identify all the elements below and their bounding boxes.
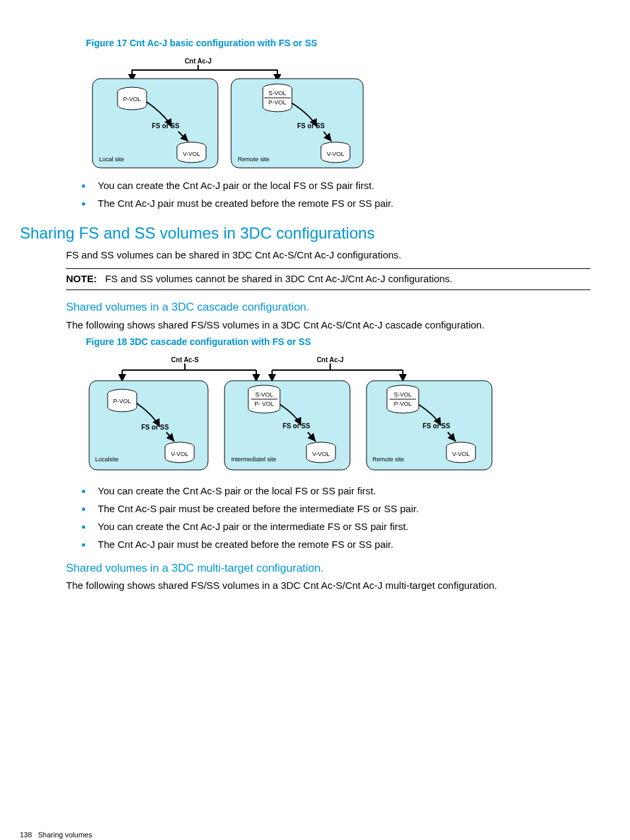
svg-text:V-VOL: V-VOL	[327, 151, 345, 157]
svg-text:Local site: Local site	[99, 156, 124, 163]
svg-text:P-VOL: P-VOL	[394, 401, 411, 407]
svg-text:Remote site: Remote site	[372, 456, 404, 463]
svg-text:S-VOL: S-VOL	[268, 90, 286, 96]
bullet-text: You can create the Cnt Ac-J pair or the …	[98, 180, 374, 191]
figure-18-diagram: Cnt Ac-S Cnt Ac-J P-VOL FS or SS V-VOL L…	[86, 354, 590, 480]
note-block: NOTE: FS and SS volumes cannot be shared…	[66, 272, 590, 286]
svg-text:S-VOL: S-VOL	[394, 391, 411, 398]
svg-text:FS or SS: FS or SS	[152, 122, 180, 130]
note-text: FS and SS volumes cannot be shared in 3D…	[105, 273, 452, 284]
divider	[66, 289, 590, 290]
bullet-text: The Cnt Ac-J pair must be created before…	[98, 539, 394, 550]
figure-17-caption: Figure 17 Cnt Ac-J basic configuration w…	[86, 37, 590, 50]
svg-text:Cnt Ac-S: Cnt Ac-S	[171, 356, 199, 363]
svg-text:FS or SS: FS or SS	[297, 122, 325, 130]
svg-text:Intermediatel site: Intermediatel site	[231, 456, 277, 463]
bullet-text: The Cnt Ac-J pair must be created before…	[98, 198, 394, 209]
svg-text:Localsite: Localsite	[95, 456, 119, 463]
svg-text:Cnt Ac-J: Cnt Ac-J	[317, 356, 344, 363]
svg-text:P-VOL: P-VOL	[123, 96, 141, 102]
svg-text:V-VOL: V-VOL	[452, 451, 470, 457]
bullet-text: You can create the Cnt Ac-J pair or the …	[98, 521, 409, 532]
figure-17-diagram: Cnt Ac-J P-VOL FS or SS V-VOL Local site…	[86, 56, 590, 174]
svg-text:P-VOL: P-VOL	[268, 99, 286, 106]
svg-text:V-VOL: V-VOL	[183, 151, 201, 157]
page-number: 138	[20, 831, 32, 839]
note-label: NOTE:	[66, 273, 97, 284]
page-footer: 138 Sharing volumes	[20, 830, 590, 840]
svg-text:P- VOL: P- VOL	[254, 401, 274, 407]
heading-multi-target: Shared volumes in a 3DC multi-target con…	[66, 560, 590, 576]
paragraph: FS and SS volumes can be shared in 3DC C…	[66, 248, 590, 262]
bullet-text: The Cnt Ac-S pair must be created before…	[98, 503, 419, 514]
figure-18-bullets: You can create the Cnt Ac-S pair or the …	[92, 484, 590, 551]
paragraph: The following shows shared FS/SS volumes…	[66, 578, 590, 592]
figure-17-bullets: You can create the Cnt Ac-J pair or the …	[92, 178, 590, 210]
figure-18-caption: Figure 18 3DC cascade configuration with…	[86, 336, 590, 349]
bullet-text: You can create the Cnt Ac-S pair or the …	[98, 485, 376, 496]
svg-text:FS or SS: FS or SS	[141, 424, 169, 431]
heading-cascade: Shared volumes in a 3DC cascade configur…	[66, 299, 590, 315]
svg-text:P-VOL: P-VOL	[113, 398, 131, 404]
divider	[66, 268, 590, 269]
footer-section: Sharing volumes	[38, 831, 92, 839]
paragraph: The following shows shared FS/SS volumes…	[66, 318, 590, 332]
svg-text:S-VOL: S-VOL	[255, 391, 273, 398]
svg-text:Remote site: Remote site	[238, 156, 269, 163]
svg-text:FS or SS: FS or SS	[283, 422, 310, 430]
svg-text:Cnt Ac-J: Cnt Ac-J	[185, 57, 212, 65]
svg-text:FS or SS: FS or SS	[423, 422, 450, 430]
heading-sharing-fs-ss-3dc: Sharing FS and SS volumes in 3DC configu…	[20, 222, 590, 245]
svg-text:V-VOL: V-VOL	[171, 451, 189, 457]
svg-text:V-VOL: V-VOL	[312, 451, 330, 457]
